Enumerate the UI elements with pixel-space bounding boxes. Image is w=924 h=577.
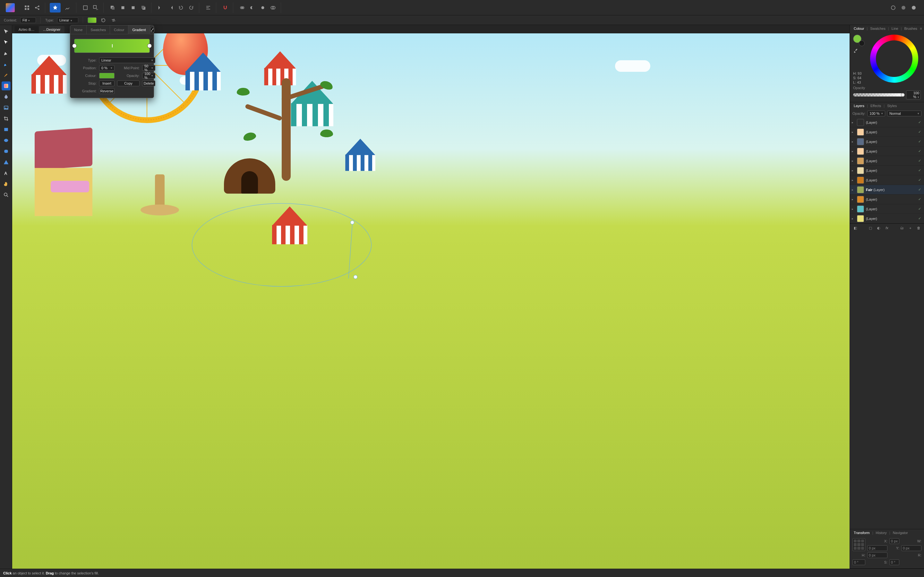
w-field[interactable]: 0 px xyxy=(867,545,887,551)
disclosure-triangle-icon[interactable]: ▸ xyxy=(852,188,855,191)
sv-cursor[interactable] xyxy=(903,67,905,69)
node-tool-icon[interactable] xyxy=(2,38,11,47)
fill-tool-icon[interactable] xyxy=(2,81,11,90)
tab-colour[interactable]: Colour xyxy=(852,27,866,31)
h-field[interactable]: 0 px xyxy=(867,552,887,558)
disclosure-triangle-icon[interactable]: ▸ xyxy=(852,150,855,153)
visibility-check-icon[interactable]: ✓ xyxy=(917,187,922,192)
rotate-ccw-icon[interactable] xyxy=(176,3,186,12)
tab-brushes[interactable]: Brushes xyxy=(902,27,919,31)
document-tab[interactable]: Aztec-B… xyxy=(15,26,39,33)
text-tool-icon[interactable]: A xyxy=(2,169,11,177)
layer-row[interactable]: ▸(Layer)✓ xyxy=(850,166,924,175)
pencil-tool-icon[interactable] xyxy=(2,60,11,69)
view-grid-icon[interactable] xyxy=(23,3,31,12)
panel-menu-icon[interactable]: ≡ xyxy=(920,26,922,31)
disclosure-triangle-icon[interactable]: ▸ xyxy=(852,179,855,182)
layer-row[interactable]: ▸(Layer)✓ xyxy=(850,175,924,185)
x-field[interactable]: 0 px xyxy=(889,538,899,544)
transparency-tool-icon[interactable] xyxy=(2,92,11,101)
export-2x-icon[interactable]: 2x xyxy=(91,3,100,12)
pop-copy-button[interactable]: Copy xyxy=(117,81,140,86)
boolean-subtract-icon[interactable] xyxy=(248,3,257,12)
popover-tab-gradient[interactable]: Gradient xyxy=(128,25,150,34)
triangle-tool-icon[interactable] xyxy=(2,158,11,167)
tab-transform[interactable]: Transform xyxy=(852,531,872,535)
pen-tool-icon[interactable] xyxy=(2,49,11,58)
tab-navigator[interactable]: Navigator xyxy=(891,531,910,535)
rounded-rect-tool-icon[interactable] xyxy=(2,147,11,156)
eyedropper-icon[interactable] xyxy=(853,48,858,53)
boolean-xor-icon[interactable] xyxy=(268,3,278,12)
reverse-gradient-icon[interactable] xyxy=(110,17,117,23)
rectangle-tool-icon[interactable] xyxy=(2,125,11,134)
layer-row[interactable]: ▸(Layer)✓ xyxy=(850,137,924,147)
align-icon[interactable] xyxy=(204,3,213,12)
layer-row[interactable]: ▸(Layer)✓ xyxy=(850,204,924,214)
delete-layer-icon[interactable]: 🗑 xyxy=(916,225,921,231)
layers-opacity-field[interactable]: 100 % xyxy=(867,111,885,116)
layer-row[interactable]: ▸(Layer)✓ xyxy=(850,118,924,127)
tab-effects[interactable]: Effects xyxy=(869,104,883,108)
arrange-forward-icon[interactable] xyxy=(129,3,137,12)
persona-pixel-icon[interactable] xyxy=(62,3,73,13)
type-select[interactable]: Linear xyxy=(57,17,78,23)
disclosure-triangle-icon[interactable]: ▸ xyxy=(852,121,855,124)
visibility-check-icon[interactable]: ✓ xyxy=(917,159,922,163)
gradient-midpoint-handle[interactable] xyxy=(112,44,113,47)
layer-row[interactable]: ▸Fair (Layer)✓ xyxy=(850,185,924,195)
pop-type-select[interactable]: Linear xyxy=(99,57,155,63)
tab-history[interactable]: History xyxy=(874,531,889,535)
layer-row[interactable]: ▸(Layer)✓ xyxy=(850,127,924,137)
gradient-bar[interactable] xyxy=(74,39,150,53)
edit-all-layers-icon[interactable]: ◧ xyxy=(853,225,858,231)
add-layer-icon[interactable]: ＋ xyxy=(907,225,913,231)
visibility-check-icon[interactable]: ✓ xyxy=(917,197,922,201)
disclosure-triangle-icon[interactable]: ▸ xyxy=(852,140,855,143)
zoom-tool-icon[interactable] xyxy=(2,190,11,199)
pop-reverse-button[interactable]: Reverse xyxy=(99,88,115,94)
r-field[interactable]: 0 ° xyxy=(853,559,865,565)
visibility-check-icon[interactable]: ✓ xyxy=(917,139,922,143)
brush-tool-icon[interactable] xyxy=(2,71,11,79)
arrange-front-icon[interactable] xyxy=(139,3,148,12)
visibility-check-icon[interactable]: ✓ xyxy=(917,168,922,172)
arrange-backward-icon[interactable] xyxy=(118,3,128,12)
layer-row[interactable]: ▸(Layer)✓ xyxy=(850,214,924,223)
corner-tool-c-icon[interactable] xyxy=(909,3,918,12)
fg-bg-swatches[interactable] xyxy=(853,35,865,46)
ellipse-tool-icon[interactable] xyxy=(2,136,11,145)
layer-row[interactable]: ▸(Layer)✓ xyxy=(850,147,924,156)
snapping-icon[interactable] xyxy=(221,3,230,12)
crop-tool-icon[interactable] xyxy=(2,114,11,123)
layer-row[interactable]: ▸(Layer)✓ xyxy=(850,195,924,204)
eyedropper-icon[interactable] xyxy=(150,27,155,33)
document-tab[interactable]: …Designer xyxy=(39,26,65,33)
share-icon[interactable] xyxy=(33,3,42,12)
layer-row[interactable]: ▸(Layer)✓ xyxy=(850,156,924,166)
flip-horizontal-icon[interactable] xyxy=(156,3,165,12)
tab-swatches[interactable]: Swatches xyxy=(868,27,887,31)
boolean-intersect-icon[interactable] xyxy=(258,3,267,12)
arrange-back-icon[interactable] xyxy=(108,3,117,12)
gradient-stop-end[interactable] xyxy=(147,44,152,48)
corner-tool-a-icon[interactable] xyxy=(889,3,898,12)
anchor-grid[interactable] xyxy=(853,538,865,551)
canvas[interactable] xyxy=(12,33,850,569)
opacity-knob[interactable] xyxy=(901,93,905,97)
pop-position-field[interactable]: 0 % xyxy=(99,65,115,71)
bg-swatch[interactable] xyxy=(859,40,865,46)
adjustment-icon[interactable]: ◐ xyxy=(876,225,882,231)
corner-tool-b-icon[interactable] xyxy=(899,3,908,12)
popover-tab-none[interactable]: None xyxy=(70,25,87,34)
mask-icon[interactable]: ▢ xyxy=(867,225,873,231)
export-1x-icon[interactable] xyxy=(81,3,90,12)
context-select[interactable]: Fill xyxy=(20,17,36,23)
gradient-stop-start[interactable] xyxy=(72,44,77,48)
layers-list[interactable]: ▸(Layer)✓▸(Layer)✓▸(Layer)✓▸(Layer)✓▸(La… xyxy=(850,118,924,223)
visibility-check-icon[interactable]: ✓ xyxy=(917,130,922,134)
visibility-check-icon[interactable]: ✓ xyxy=(917,216,922,221)
move-tool-icon[interactable] xyxy=(2,27,11,36)
disclosure-triangle-icon[interactable]: ▸ xyxy=(852,169,855,172)
tab-line[interactable]: Line xyxy=(890,27,900,31)
